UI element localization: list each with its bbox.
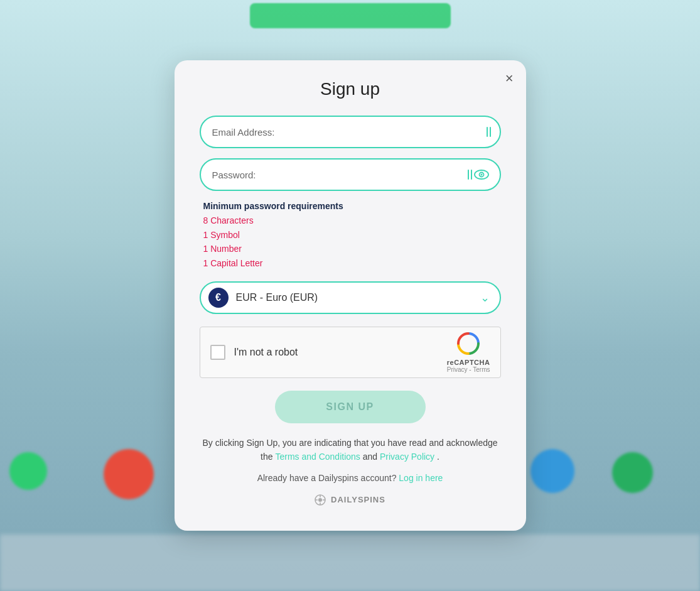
terms-link[interactable]: Terms and Conditions [275, 452, 360, 462]
modal-title: Sign up [200, 79, 501, 99]
email-label: Email Address: [212, 127, 483, 138]
recaptcha-checkbox[interactable] [210, 345, 225, 360]
password-label: Password: [212, 170, 464, 180]
branding-section: DAILYSPINS [200, 494, 501, 506]
currency-dropdown[interactable]: € EUR - Euro (EUR) ⌄ [200, 281, 501, 314]
chevron-down-icon: ⌄ [480, 291, 490, 305]
svg-point-2 [480, 174, 482, 176]
pw-req-characters: 8 Characters [203, 214, 501, 227]
modal-overlay: × Sign up Email Address: Password: [0, 0, 700, 591]
recaptcha-not-robot-text: I'm not a robot [234, 347, 441, 358]
disclaimer-text: By clicking Sign Up, you are indicating … [200, 436, 501, 464]
login-prompt-text: Already have a Dailyspins account? [257, 473, 397, 483]
recaptcha-box: I'm not a robot reCAPTCHA Privacy - Term… [200, 327, 501, 378]
email-field-wrapper[interactable]: Email Address: [200, 116, 501, 148]
svg-point-4 [318, 498, 322, 502]
password-cursor-icon [468, 170, 472, 180]
pw-req-capital: 1 Capital Letter [203, 256, 501, 270]
dailyspins-logo-icon [315, 494, 326, 506]
login-prompt-line: Already have a Dailyspins account? Log i… [200, 473, 501, 483]
recaptcha-brand-text: reCAPTCHA [447, 359, 490, 366]
password-field-wrapper[interactable]: Password: [200, 158, 501, 191]
email-cursor-icon [487, 127, 491, 137]
password-requirements: Minimum password requirements 8 Characte… [203, 201, 501, 270]
privacy-link[interactable]: Privacy Policy [380, 452, 434, 462]
currency-symbol-icon: € [208, 288, 229, 308]
period: . [437, 452, 439, 462]
close-button[interactable]: × [505, 72, 514, 85]
recaptcha-logo: reCAPTCHA Privacy - Terms [447, 331, 490, 373]
login-here-link[interactable]: Log in here [399, 473, 443, 483]
toggle-password-icon[interactable] [472, 165, 491, 184]
pw-req-number: 1 Number [203, 242, 501, 256]
signup-modal: × Sign up Email Address: Password: [175, 60, 526, 530]
branding-text: DAILYSPINS [331, 495, 385, 504]
and-text: and [363, 452, 377, 462]
currency-label: EUR - Euro (EUR) [236, 292, 480, 303]
recaptcha-links: Privacy - Terms [447, 366, 490, 373]
pw-req-symbol: 1 Symbol [203, 228, 501, 242]
pw-req-title: Minimum password requirements [203, 201, 501, 211]
signup-button[interactable]: SIGN UP [275, 391, 426, 423]
